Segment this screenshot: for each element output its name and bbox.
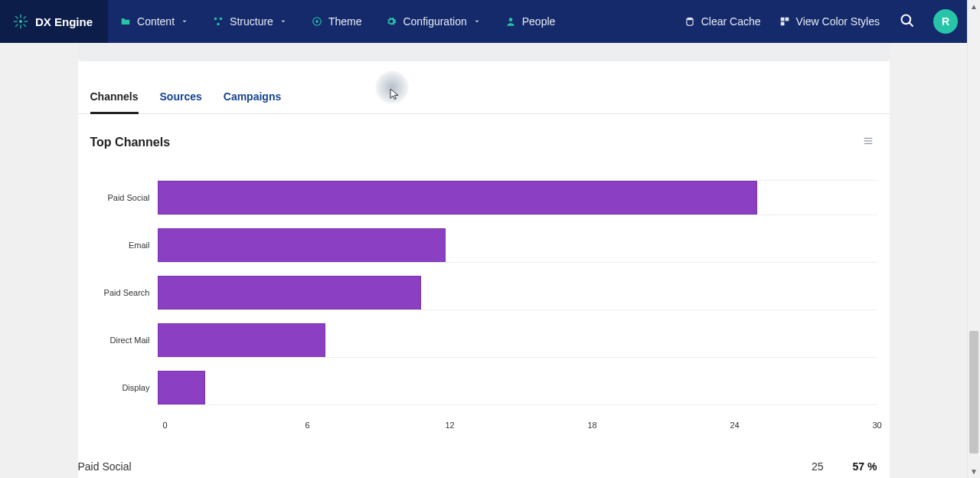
chart-x-axis: 0612182430 [165, 416, 877, 430]
chevron-down-icon [279, 18, 287, 25]
svg-point-19 [902, 15, 911, 24]
chart-bar-label: Paid Search [90, 288, 158, 297]
svg-line-20 [910, 22, 913, 26]
clear-cache-button[interactable]: Clear Cache [677, 0, 769, 43]
nav-theme-label: Theme [328, 15, 362, 28]
chart-bar-row: Paid Search [90, 269, 877, 316]
scrollbar-track[interactable] [968, 13, 980, 465]
svg-rect-18 [780, 22, 784, 26]
user-avatar[interactable]: R [933, 9, 958, 34]
tab-sources[interactable]: Sources [160, 83, 202, 113]
chart-axis-tick: 0 [162, 421, 167, 430]
nav-structure[interactable]: Structure [201, 0, 299, 43]
chart-bar-row: Paid Social [90, 174, 877, 221]
person-icon [505, 16, 516, 27]
chart-bar-track [158, 370, 877, 405]
chart-bar-label: Email [90, 241, 158, 250]
structure-icon [213, 16, 224, 27]
summary-pct: 57 % [824, 460, 877, 473]
svg-line-8 [15, 25, 18, 27]
scrollbar-up-button[interactable]: ▲ [968, 0, 980, 13]
tab-campaigns[interactable]: Campaigns [224, 83, 281, 113]
clear-cache-label: Clear Cache [701, 15, 761, 28]
svg-point-13 [315, 20, 318, 23]
database-icon [684, 16, 695, 27]
chart-bar-track [158, 180, 877, 215]
svg-rect-16 [780, 18, 784, 21]
summary-name: Paid Social [78, 460, 770, 473]
top-channels-chart: Paid SocialEmailPaid SearchDirect MailDi… [78, 159, 890, 439]
chevron-down-icon [473, 18, 481, 25]
nav-content-label: Content [137, 15, 175, 28]
chart-bar-fill[interactable] [158, 371, 206, 404]
chart-bar-label: Paid Social [90, 193, 158, 202]
gear-icon [386, 16, 397, 27]
chart-bar-label: Display [90, 383, 158, 392]
svg-point-14 [508, 18, 512, 21]
svg-line-6 [24, 25, 26, 27]
section-header: Top Channels [78, 114, 890, 159]
chart-axis-tick: 12 [445, 421, 454, 430]
brand[interactable]: DX Engine [0, 0, 108, 43]
chart-axis-tick: 24 [730, 421, 739, 430]
nav-content[interactable]: Content [108, 0, 201, 43]
svg-point-15 [687, 18, 693, 21]
search-icon [900, 13, 915, 28]
theme-icon [312, 16, 322, 27]
summary-row: Paid Social 25 57 % [78, 439, 890, 478]
avatar-initial: R [942, 15, 949, 28]
chart-bar-row: Display [90, 364, 877, 411]
chart-bar-fill[interactable] [158, 276, 422, 309]
svg-rect-17 [785, 18, 789, 21]
chart-bar-fill[interactable] [158, 323, 325, 357]
chart-axis-tick: 18 [587, 421, 596, 430]
chart-menu-button[interactable] [859, 133, 877, 152]
swatch-icon [779, 16, 790, 27]
svg-point-11 [217, 23, 220, 26]
card-header-spacer [78, 43, 890, 61]
nav-configuration-label: Configuration [403, 15, 466, 28]
summary-count: 25 [770, 460, 824, 473]
view-color-styles-button[interactable]: View Color Styles [772, 0, 887, 43]
chart-bar-fill[interactable] [158, 181, 757, 214]
window-vertical-scrollbar[interactable]: ▲ ▼ [967, 0, 980, 478]
chart-bar-row: Direct Mail [90, 316, 877, 364]
chart-bar-track [158, 275, 877, 310]
svg-point-9 [214, 18, 217, 21]
nav-people[interactable]: People [493, 0, 568, 43]
chart-bar-track [158, 322, 877, 358]
nav-theme[interactable]: Theme [299, 0, 374, 43]
chart-bar-row: Email [90, 221, 877, 269]
svg-point-0 [19, 20, 22, 23]
report-tabs: Channels Sources Campaigns [78, 83, 890, 114]
nav-people-label: People [522, 15, 556, 28]
chart-bar-track [158, 228, 877, 263]
primary-nav: Content Structure Theme Configuration Pe… [108, 0, 567, 43]
brand-name: DX Engine [35, 15, 93, 28]
brand-logo-icon [12, 13, 29, 30]
right-nav: Clear Cache View Color Styles R [677, 0, 967, 43]
view-color-styles-label: View Color Styles [796, 15, 880, 28]
top-navbar: DX Engine Content Structure Theme Config… [0, 0, 967, 43]
chart-bar-fill[interactable] [158, 228, 446, 262]
scrollbar-down-button[interactable]: ▼ [968, 465, 980, 478]
section-title: Top Channels [90, 136, 171, 149]
page-card: Channels Sources Campaigns Top Channels … [78, 43, 890, 478]
nav-configuration[interactable]: Configuration [374, 0, 492, 43]
nav-structure-label: Structure [230, 15, 273, 28]
chart-bar-label: Direct Mail [90, 336, 158, 345]
scrollbar-thumb[interactable] [969, 331, 978, 453]
chart-axis-tick: 6 [305, 421, 309, 430]
chart-axis-tick: 30 [872, 421, 881, 430]
folder-icon [120, 16, 131, 27]
svg-point-10 [220, 18, 223, 21]
search-button[interactable] [890, 13, 924, 31]
hamburger-icon [862, 136, 874, 146]
svg-line-7 [24, 16, 26, 18]
chevron-down-icon [181, 18, 188, 25]
tab-channels[interactable]: Channels [90, 83, 139, 114]
svg-line-5 [15, 16, 18, 18]
content-scroll-area[interactable]: Channels Sources Campaigns Top Channels … [0, 43, 967, 478]
